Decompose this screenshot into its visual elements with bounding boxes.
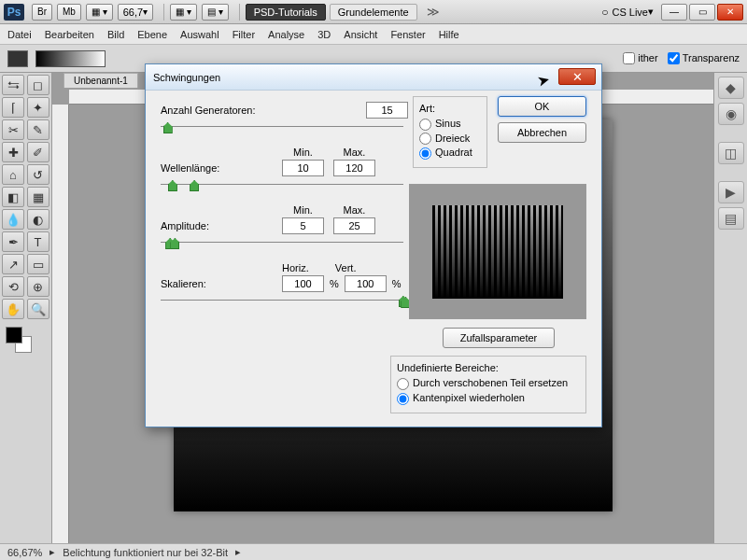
history-brush-icon[interactable]: ↺ xyxy=(27,164,49,185)
color-panel-icon[interactable]: ◉ xyxy=(718,103,744,125)
foreground-swatch[interactable] xyxy=(6,327,22,343)
3d-tool-icon[interactable]: ⟲ xyxy=(2,276,24,297)
dialog-titlebar[interactable]: Schwingungen ✕ xyxy=(146,64,601,91)
type-sinus-radio[interactable]: Sinus xyxy=(419,118,481,131)
scale-vert-input[interactable] xyxy=(345,275,387,292)
wavelength-label: Wellenlänge: xyxy=(161,162,273,174)
amplitude-min-input[interactable] xyxy=(282,217,324,234)
pen-tool-icon[interactable]: ✒ xyxy=(2,231,24,252)
undefined-areas-label: Undefinierte Bereiche: xyxy=(397,362,580,373)
menu-hilfe[interactable]: Hilfe xyxy=(439,29,459,40)
swatches-panel-icon[interactable]: ◆ xyxy=(718,77,744,99)
scale-horiz-input[interactable] xyxy=(282,275,324,292)
generators-input[interactable] xyxy=(366,102,408,119)
scale-slider[interactable] xyxy=(161,296,403,309)
view-grid-button[interactable]: ▦ ▾ xyxy=(170,4,197,21)
lasso-tool-icon[interactable]: ⌈ xyxy=(2,97,24,118)
eyedropper-tool-icon[interactable]: ✎ xyxy=(27,119,49,140)
document-tab[interactable]: Unbenannt-1 xyxy=(63,73,138,88)
wand-tool-icon[interactable]: ✦ xyxy=(27,97,49,118)
generators-label: Anzahl Generatoren: xyxy=(161,105,273,116)
crop-tool-icon[interactable]: ✂ xyxy=(2,119,24,140)
transparency-checkbox[interactable]: Transparenz xyxy=(668,52,740,65)
heal-tool-icon[interactable]: ✚ xyxy=(2,142,24,162)
amplitude-label: Amplitude: xyxy=(161,220,273,231)
dialog-title: Schwingungen xyxy=(153,72,220,83)
wavelength-slider[interactable] xyxy=(161,180,403,193)
app-titlebar: Ps Br Mb ▦ ▾ 66,7 ▾ ▦ ▾ ▤ ▾ PSD-Tutorial… xyxy=(0,0,747,24)
move-tool-icon[interactable]: ⮀ xyxy=(2,75,24,95)
menu-bild[interactable]: Bild xyxy=(107,29,124,40)
minimize-button[interactable]: — xyxy=(661,4,687,21)
color-swatches[interactable] xyxy=(2,327,49,355)
menu-analyse[interactable]: Analyse xyxy=(268,29,304,40)
adjustments-panel-icon[interactable]: ◫ xyxy=(718,142,744,164)
wavelength-min-input[interactable] xyxy=(282,160,324,176)
gradient-preview[interactable] xyxy=(35,50,106,67)
cslive-button[interactable]: CS Live ▾ xyxy=(601,6,654,19)
randomize-button[interactable]: Zufallsparameter xyxy=(443,328,555,348)
repeat-edge-radio[interactable]: Kantenpixel wiederholen xyxy=(397,392,580,405)
workspace-more-icon[interactable]: ≫ xyxy=(421,5,445,19)
marquee-tool-icon[interactable]: ◻ xyxy=(27,75,49,95)
shape-tool-icon[interactable]: ▭ xyxy=(27,254,49,274)
view-list-button[interactable]: ▤ ▾ xyxy=(202,4,229,21)
workspace-tab-psd-tutorials[interactable]: PSD-Tutorials xyxy=(246,4,326,21)
hand-tool-icon[interactable]: ✋ xyxy=(2,299,24,319)
scale-label: Skalieren: xyxy=(161,278,273,289)
menu-datei[interactable]: Datei xyxy=(7,29,32,40)
type-dreieck-radio[interactable]: Dreieck xyxy=(419,133,481,146)
type-groupbox: Art: Sinus Dreieck Quadrat xyxy=(413,96,487,168)
brush-tool-icon[interactable]: ✐ xyxy=(27,142,49,162)
wrap-around-radio[interactable]: Durch verschobenen Teil ersetzen xyxy=(397,377,580,390)
menu-ansicht[interactable]: Ansicht xyxy=(344,29,377,40)
wave-preview-image xyxy=(432,205,563,299)
type-tool-icon[interactable]: T xyxy=(27,231,49,252)
amplitude-max-input[interactable] xyxy=(333,217,375,234)
menu-3d[interactable]: 3D xyxy=(317,29,331,40)
stamp-tool-icon[interactable]: ⌂ xyxy=(2,164,24,185)
max-label: Max. xyxy=(333,147,375,158)
menu-filter[interactable]: Filter xyxy=(233,29,255,40)
ruler-vertical xyxy=(52,105,69,543)
menu-ebene[interactable]: Ebene xyxy=(137,29,167,40)
undefined-areas-groupbox: Undefinierte Bereiche: Durch verschobene… xyxy=(390,356,586,413)
status-zoom: 66,67% xyxy=(7,547,42,558)
layers-panel-icon[interactable]: ▤ xyxy=(718,207,744,230)
close-button[interactable]: ✕ xyxy=(717,4,743,21)
status-bar: 66,67% ▸ Belichtung funktioniert nur bei… xyxy=(0,543,747,560)
cancel-button[interactable]: Abbrechen xyxy=(498,122,586,143)
gradient-tool-icon[interactable] xyxy=(7,50,28,67)
layout-dropdown[interactable]: ▦ ▾ xyxy=(86,4,113,21)
workspace-tab-grundelemente[interactable]: Grundelemente xyxy=(330,4,417,21)
camera-tool-icon[interactable]: ⊕ xyxy=(27,276,49,297)
ok-button[interactable]: OK xyxy=(498,96,586,117)
menu-auswahl[interactable]: Auswahl xyxy=(180,29,219,40)
dodge-tool-icon[interactable]: ◐ xyxy=(27,209,49,230)
generators-slider[interactable] xyxy=(161,122,403,135)
path-tool-icon[interactable]: ↗ xyxy=(2,254,24,274)
menu-fenster[interactable]: Fenster xyxy=(390,29,425,40)
amplitude-slider[interactable] xyxy=(161,238,403,251)
wavelength-max-input[interactable] xyxy=(333,160,375,176)
status-message: Belichtung funktioniert nur bei 32-Bit xyxy=(63,547,228,558)
wave-dialog: Schwingungen ✕ Anzahl Generatoren: Min. … xyxy=(145,63,602,427)
zoom-tool-icon[interactable]: 🔍 xyxy=(27,299,49,319)
minibridge-button[interactable]: Mb xyxy=(57,4,81,21)
type-quadrat-radio[interactable]: Quadrat xyxy=(419,147,481,160)
bridge-button[interactable]: Br xyxy=(32,4,52,21)
menubar: Datei Bearbeiten Bild Ebene Auswahl Filt… xyxy=(0,24,747,45)
right-panels: ◆ ◉ ◫ ▶ ▤ xyxy=(713,73,747,543)
menu-bearbeiten[interactable]: Bearbeiten xyxy=(45,29,94,40)
dialog-close-button[interactable]: ✕ xyxy=(558,68,596,85)
maximize-button[interactable]: ▭ xyxy=(689,4,715,21)
eraser-tool-icon[interactable]: ◧ xyxy=(2,187,24,207)
history-panel-icon[interactable]: ▶ xyxy=(718,181,744,203)
zoom-dropdown[interactable]: 66,7 ▾ xyxy=(118,4,153,21)
min-label: Min. xyxy=(282,147,324,158)
blur-tool-icon[interactable]: 💧 xyxy=(2,209,24,230)
type-label: Art: xyxy=(419,103,481,114)
dither-checkbox[interactable]: ither xyxy=(623,52,657,65)
tools-panel: ⮀ ◻ ⌈ ✦ ✂ ✎ ✚ ✐ ⌂ ↺ ◧ ▦ 💧 ◐ ✒ T ↗ ▭ ⟲ ⊕ … xyxy=(0,73,52,543)
gradient-tool-icon[interactable]: ▦ xyxy=(27,187,49,207)
